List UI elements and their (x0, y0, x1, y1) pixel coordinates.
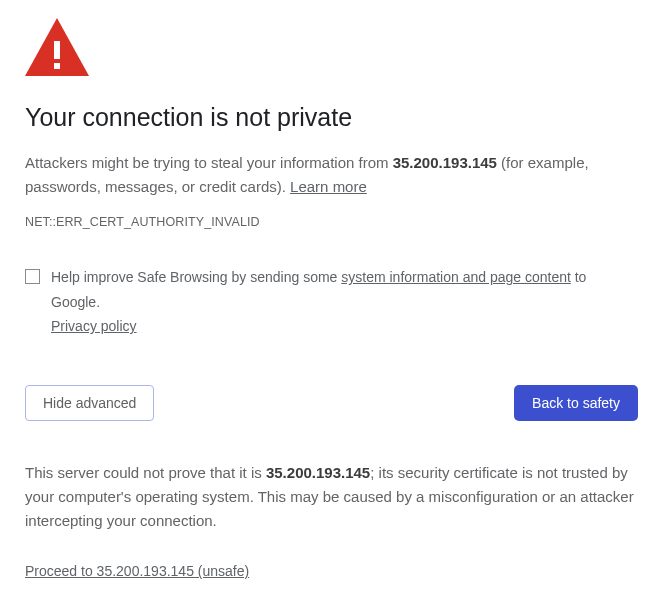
description-host: 35.200.193.145 (393, 154, 497, 171)
warning-icon (25, 18, 638, 76)
svg-rect-2 (54, 63, 60, 69)
description-text: Attackers might be trying to steal your … (25, 151, 638, 199)
page-title: Your connection is not private (25, 102, 638, 133)
description-prefix: Attackers might be trying to steal your … (25, 154, 393, 171)
error-code: NET::ERR_CERT_AUTHORITY_INVALID (25, 215, 638, 229)
button-row: Hide advanced Back to safety (25, 385, 638, 421)
privacy-policy-link[interactable]: Privacy policy (51, 318, 137, 334)
explanation-host: 35.200.193.145 (266, 464, 370, 481)
explanation-prefix: This server could not prove that it is (25, 464, 266, 481)
svg-rect-1 (54, 41, 60, 59)
explanation-text: This server could not prove that it is 3… (25, 461, 638, 533)
proceed-unsafe-link[interactable]: Proceed to 35.200.193.145 (unsafe) (25, 563, 638, 579)
system-info-link[interactable]: system information and page content (341, 269, 571, 285)
safe-browsing-optin: Help improve Safe Browsing by sending so… (25, 265, 638, 339)
back-to-safety-button[interactable]: Back to safety (514, 385, 638, 421)
optin-prefix: Help improve Safe Browsing by sending so… (51, 269, 341, 285)
optin-text: Help improve Safe Browsing by sending so… (51, 265, 638, 339)
learn-more-link[interactable]: Learn more (290, 178, 367, 195)
hide-advanced-button[interactable]: Hide advanced (25, 385, 154, 421)
privacy-error-page: Your connection is not private Attackers… (0, 0, 663, 599)
optin-checkbox[interactable] (25, 269, 40, 284)
